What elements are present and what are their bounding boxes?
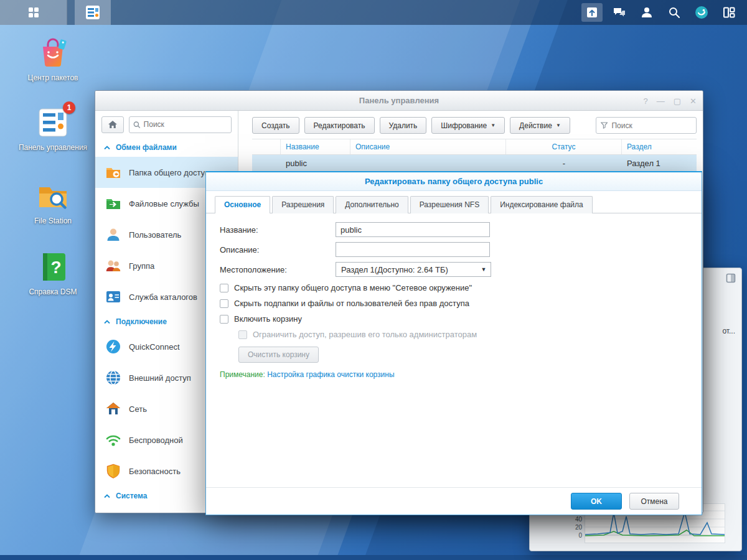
home-button[interactable] (101, 116, 124, 133)
close-icon[interactable]: ✕ (690, 97, 697, 105)
grid-menu-icon (27, 6, 40, 19)
main-menu-button[interactable] (0, 0, 67, 25)
edit-button[interactable]: Редактировать (304, 117, 375, 134)
table-header-name[interactable]: Название (281, 139, 350, 154)
checkbox[interactable] (220, 315, 228, 324)
hide-subfolders-checkbox-row[interactable]: Скрыть подпапки и файлы от пользователей… (220, 299, 688, 308)
ok-button[interactable]: OK (571, 493, 622, 510)
chart-ytick: 0 (566, 531, 582, 539)
table-row[interactable]: public - Раздел 1 (252, 155, 697, 172)
checkbox-disabled (238, 330, 247, 339)
chat-icon[interactable] (609, 3, 630, 22)
caret-down-icon: ▼ (491, 123, 496, 128)
desktop-icon-label: File Station (16, 217, 90, 225)
widget-dock-icon[interactable] (726, 273, 736, 285)
desktop-icon-control-panel[interactable]: 1 Панель управления (16, 106, 90, 152)
table-filter-search[interactable] (596, 117, 697, 134)
toolbar: Создать Редактировать Удалить Шифрование… (238, 111, 703, 139)
restrict-admin-checkbox-row: Ограничить доступ, разрешив его только а… (238, 330, 688, 339)
name-field-row: Название: (220, 222, 688, 237)
notification-badge: 1 (63, 101, 75, 114)
window-title: Панель управления (359, 96, 439, 105)
desktop-icon-label: Справка DSM (16, 287, 90, 296)
row-description (350, 155, 506, 172)
checkbox[interactable] (220, 299, 228, 308)
package-center-icon (36, 36, 70, 70)
window-titlebar[interactable]: Панель управления ? — ▢ ✕ (95, 91, 703, 111)
checkbox-label: Включить корзину (234, 314, 302, 324)
desktop-icon-package-center[interactable]: Центр пакетов (16, 36, 90, 82)
table-header-description[interactable]: Описание (350, 139, 506, 154)
tab-advanced[interactable]: Дополнительно (336, 196, 408, 213)
tab-file-indexing[interactable]: Индексирование файла (491, 196, 593, 213)
chart-ytick: 40 (566, 515, 582, 523)
chevron-up-icon (104, 146, 110, 150)
dsm-help-icon: ? (36, 250, 70, 284)
shield-icon (105, 463, 121, 479)
location-label: Местоположение: (220, 265, 336, 274)
enable-recycle-bin-checkbox-row[interactable]: Включить корзину (220, 314, 688, 324)
sidebar-section-file-sharing[interactable]: Обмен файлами (95, 138, 238, 157)
tab-general[interactable]: Основное (215, 196, 270, 213)
file-services-icon (105, 195, 121, 212)
dialog-footer: OK Отмена (206, 487, 702, 515)
chart-ytick: 20 (566, 523, 582, 531)
desktop-screen: от... 60 40 20 0 (0, 0, 747, 560)
dialog-body: Название: Описание: Местоположение: Разд… (206, 213, 702, 388)
maximize-icon[interactable]: ▢ (674, 97, 681, 105)
support-icon[interactable] (691, 3, 712, 22)
dialog-title: Редактировать папку общего доступа publi… (206, 172, 702, 191)
desktop-icon-dsm-help[interactable]: ? Справка DSM (16, 250, 90, 296)
upload-icon[interactable] (581, 3, 603, 22)
location-value: Раздел 1(Доступно: 2.64 ТБ) (336, 265, 477, 274)
wallpaper-bottom-band (0, 555, 747, 560)
desktop-icon-file-station[interactable]: File Station (16, 179, 90, 225)
tab-permissions[interactable]: Разрешения (272, 196, 334, 213)
desktop-icon-label: Панель управления (16, 143, 90, 152)
shared-folder-icon (105, 164, 121, 180)
table-header-volume[interactable]: Раздел (622, 139, 697, 154)
hide-folder-checkbox-row[interactable]: Скрыть эту папку общего доступа в меню "… (220, 283, 688, 292)
table-header-select[interactable] (252, 139, 281, 154)
home-icon (108, 119, 118, 129)
caret-down-icon: ▼ (556, 123, 561, 128)
description-input[interactable] (336, 242, 490, 257)
sidebar-search-input[interactable] (144, 120, 227, 129)
location-select[interactable]: Раздел 1(Доступно: 2.64 ТБ) ▼ (336, 262, 491, 277)
help-icon[interactable]: ? (644, 97, 648, 105)
tab-nfs-permissions[interactable]: Разрешения NFS (410, 196, 489, 213)
note-row: Примечание: Настройка графика очистки ко… (220, 370, 688, 379)
search-icon[interactable] (664, 3, 685, 22)
encryption-dropdown-button[interactable]: Шифрование▼ (431, 117, 505, 134)
widgets-icon[interactable] (718, 3, 740, 22)
delete-button[interactable]: Удалить (380, 117, 427, 134)
desktop-icon-label: Центр пакетов (16, 73, 90, 82)
cancel-button[interactable]: Отмена (629, 493, 679, 510)
checkbox[interactable] (220, 284, 228, 292)
row-name: public (281, 155, 350, 172)
taskbar (0, 0, 747, 25)
create-button[interactable]: Создать (252, 117, 299, 134)
action-dropdown-button[interactable]: Действие▼ (510, 117, 570, 134)
row-status: - (506, 155, 622, 172)
table-header-status[interactable]: Статус (506, 139, 622, 154)
name-label: Название: (220, 225, 336, 235)
empty-recycle-bin-button[interactable]: Очистить корзину (238, 347, 319, 363)
chevron-up-icon (104, 320, 110, 324)
table-header: Название Описание Статус Раздел (252, 139, 697, 155)
name-input[interactable] (336, 222, 490, 237)
table-filter-input[interactable] (611, 121, 692, 130)
checkbox-label: Скрыть подпапки и файлы от пользователей… (234, 299, 469, 308)
control-panel-mini-icon (85, 4, 101, 21)
description-field-row: Описание: (220, 242, 688, 257)
minimize-icon[interactable]: — (657, 97, 665, 105)
checkbox-label: Скрыть эту папку общего доступа в меню "… (234, 283, 472, 292)
user-icon[interactable] (636, 3, 657, 22)
description-label: Описание: (220, 245, 336, 254)
recycle-schedule-link[interactable]: Настройка графика очистки корзины (267, 370, 394, 379)
taskbar-control-panel-app[interactable] (75, 0, 111, 25)
shared-folders-table: Название Описание Статус Раздел public -… (252, 139, 697, 172)
sidebar-search[interactable] (129, 116, 232, 133)
edit-shared-folder-dialog: Редактировать папку общего доступа publi… (205, 171, 702, 515)
globe-icon (105, 370, 121, 386)
